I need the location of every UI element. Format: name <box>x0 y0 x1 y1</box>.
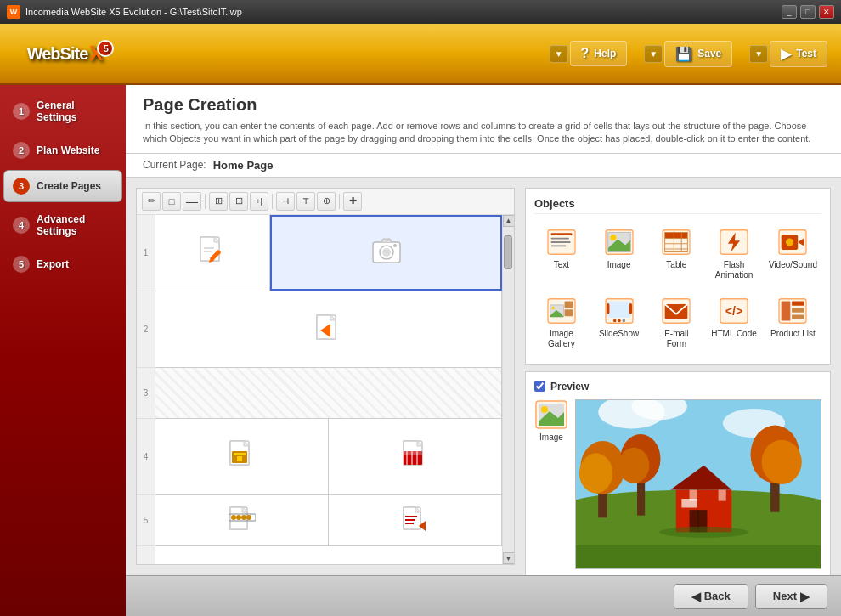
grid-container: 1 2 3 4 5 6 <box>137 215 514 564</box>
maximize-button[interactable]: □ <box>800 5 816 19</box>
svg-point-67 <box>622 319 625 323</box>
sidebar-item-advanced[interactable]: 4 Advanced Settings <box>3 206 122 245</box>
sidebar-item-plan[interactable]: 2 Plan Website <box>3 134 122 167</box>
preview-checkbox[interactable] <box>534 381 545 392</box>
svg-point-23 <box>236 515 241 520</box>
grid-cell-1-1[interactable] <box>155 215 270 291</box>
tool-minus-row[interactable]: — <box>183 192 201 211</box>
object-html[interactable]: </> HTML Code <box>707 290 761 355</box>
main-layout: 1 General Settings 2 Plan Website 3 Crea… <box>0 85 841 616</box>
tool-rect[interactable]: □ <box>162 192 181 211</box>
save-button[interactable]: 💾 Save <box>664 41 732 67</box>
object-gallery-label: Image Gallery <box>539 329 584 349</box>
flash-icon-wrapper <box>717 227 751 257</box>
two-panel: ✏ □ — ⊞ ⊟ +| ⊣ ⊤ ⊕ ✚ 1 <box>126 178 841 575</box>
page-header: Page Creation In this section, you can e… <box>126 85 841 154</box>
sidebar-item-general[interactable]: 1 General Settings <box>3 92 122 131</box>
logo: WebSite X 5 <box>14 28 116 79</box>
tool-cross[interactable]: ✚ <box>343 192 362 211</box>
svg-rect-34 <box>550 237 568 239</box>
cell-icon-2-1 <box>313 314 344 344</box>
current-page-value: Home Page <box>213 159 274 172</box>
save-label: Save <box>697 48 721 59</box>
objects-panel: Objects <box>525 188 831 565</box>
svg-point-79 <box>541 406 548 413</box>
scroll-track <box>503 227 514 552</box>
row-num-3: 3 <box>137 368 155 419</box>
tool-grid1[interactable]: ⊞ <box>209 192 228 211</box>
grid-cell-4-2[interactable] <box>329 419 502 494</box>
minimize-button[interactable]: _ <box>782 5 797 19</box>
preview-image-box <box>575 399 821 569</box>
grid-cell-3-1[interactable] <box>155 368 502 418</box>
object-gallery[interactable]: Image Gallery <box>534 290 589 355</box>
svg-point-57 <box>551 306 555 309</box>
close-button[interactable]: ✕ <box>819 5 834 19</box>
object-product-label: Product List <box>770 329 816 339</box>
save-dropdown[interactable]: ▼ <box>644 45 663 63</box>
tool-split-v[interactable]: ⊤ <box>296 192 315 211</box>
scroll-up[interactable]: ▲ <box>503 215 515 227</box>
preview-autumn-scene <box>576 400 821 568</box>
next-button[interactable]: Next ▶ <box>755 584 827 609</box>
svg-rect-14 <box>237 456 242 461</box>
sidebar-item-export[interactable]: 5 Export <box>3 248 122 280</box>
slideshow-icon-wrapper <box>602 296 636 326</box>
grid-cell-5-2[interactable] <box>329 495 502 545</box>
svg-rect-62 <box>607 301 630 318</box>
preview-section: Preview Image <box>525 371 831 575</box>
grid-cell-2-1[interactable] <box>155 291 502 367</box>
help-button[interactable]: ? Help <box>570 41 628 66</box>
object-slideshow[interactable]: SlideShow <box>592 290 646 355</box>
product-icon-wrapper <box>776 296 810 326</box>
video-icon <box>777 229 808 256</box>
grid-row-3 <box>155 368 502 419</box>
sidebar-label-2: Plan Website <box>37 144 99 156</box>
object-product[interactable]: Product List <box>765 290 821 355</box>
svg-rect-36 <box>550 245 566 246</box>
test-button[interactable]: ▶ Test <box>770 41 827 67</box>
help-group: ▼ ? Help <box>550 41 628 66</box>
tool-merge[interactable]: ⊕ <box>317 192 336 211</box>
text-icon <box>546 229 577 256</box>
svg-point-65 <box>612 319 616 323</box>
grid-cell-5-1[interactable] <box>155 495 329 545</box>
email-icon <box>661 297 691 325</box>
back-label: Back <box>704 590 731 602</box>
grid-row-2 <box>155 291 502 368</box>
object-text[interactable]: Text <box>534 221 589 286</box>
tool-pencil[interactable]: ✏ <box>142 192 161 211</box>
tool-sep2 <box>272 194 273 209</box>
window-title: Incomedia WebSite X5 Evolution - G:\Test… <box>25 7 242 17</box>
object-html-label: HTML Code <box>711 329 757 339</box>
svg-rect-75 <box>793 308 804 312</box>
svg-rect-42 <box>665 232 688 238</box>
scroll-down[interactable]: ▼ <box>503 552 515 564</box>
help-dropdown[interactable]: ▼ <box>550 45 568 63</box>
back-arrow-icon: ◀ <box>691 590 701 603</box>
object-email[interactable]: E-mail Form <box>649 290 703 355</box>
cell-icon-1-2 <box>371 237 402 268</box>
object-flash[interactable]: Flash Animation <box>707 221 761 286</box>
object-video[interactable]: Video/Sound <box>765 221 821 286</box>
grid-cell-4-1[interactable] <box>155 419 329 494</box>
tool-add-col[interactable]: +| <box>250 192 268 211</box>
object-table[interactable]: Table <box>649 221 703 286</box>
object-image[interactable]: Image <box>592 221 646 286</box>
window-controls: _ □ ✕ <box>782 5 834 19</box>
cell-icon-4-2 <box>400 439 431 473</box>
sidebar-label-4: Advanced Settings <box>37 213 113 237</box>
test-icon: ▶ <box>781 46 791 62</box>
svg-rect-29 <box>405 519 415 521</box>
svg-rect-100 <box>719 489 726 500</box>
object-video-label: Video/Sound <box>769 260 817 270</box>
html-icon-wrapper: </> <box>717 296 751 326</box>
grid-cell-1-2[interactable] <box>270 215 502 291</box>
back-button[interactable]: ◀ Back <box>674 584 748 609</box>
scroll-thumb[interactable] <box>504 235 512 269</box>
tool-split-h[interactable]: ⊣ <box>276 192 295 211</box>
svg-rect-104 <box>576 545 821 568</box>
sidebar-item-create[interactable]: 3 Create Pages <box>3 170 122 202</box>
test-dropdown[interactable]: ▼ <box>749 45 768 63</box>
tool-grid2[interactable]: ⊟ <box>229 192 248 211</box>
